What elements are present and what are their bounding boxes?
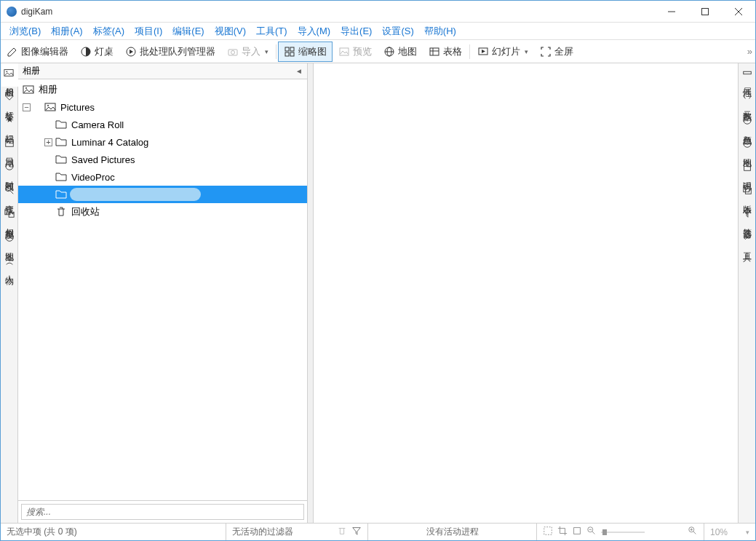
left-tab-timeline[interactable]: 时间线 bbox=[1, 157, 17, 181]
tree-root-albums[interactable]: 相册 bbox=[18, 81, 307, 98]
fullscreen-label: 全屏 bbox=[554, 45, 573, 58]
status-zoom-tools bbox=[537, 524, 704, 540]
table-button[interactable]: 表格 bbox=[423, 42, 468, 62]
ruler-icon bbox=[742, 68, 752, 78]
crop-icon[interactable] bbox=[557, 526, 568, 538]
search-input[interactable] bbox=[21, 504, 304, 520]
left-tab-people[interactable]: 人物 bbox=[1, 251, 17, 275]
menubar: 浏览(B) 相册(A) 标签(A) 项目(I) 编辑(E) 视图(V) 工具(T… bbox=[1, 23, 755, 40]
svg-rect-23 bbox=[5, 140, 13, 147]
svg-rect-8 bbox=[285, 47, 289, 51]
right-tab-captions[interactable]: 说明 bbox=[739, 157, 755, 181]
left-tab-map[interactable]: 地图 bbox=[1, 228, 17, 251]
light-table-button[interactable]: 灯桌 bbox=[74, 42, 119, 62]
palette-icon bbox=[742, 115, 752, 125]
menu-tags[interactable]: 标签(A) bbox=[89, 23, 129, 39]
right-tab-map[interactable]: 地图 bbox=[739, 134, 755, 157]
album-tree[interactable]: 相册 − Pictures Camera Roll + Luminar 4 Ca… bbox=[18, 79, 307, 500]
menu-tools[interactable]: 工具(T) bbox=[252, 23, 292, 39]
import-label: 导入 bbox=[242, 45, 260, 58]
tree-node-camera-roll[interactable]: Camera Roll bbox=[18, 116, 307, 133]
map-button[interactable]: 地图 bbox=[378, 42, 423, 62]
light-table-label: 灯桌 bbox=[95, 45, 114, 58]
status-zoom-value[interactable]: 10% ▾ bbox=[704, 524, 755, 540]
svg-rect-1 bbox=[702, 8, 709, 15]
status-filter: 无活动的过滤器 bbox=[226, 524, 368, 540]
image-editor-button[interactable]: 图像编辑器 bbox=[1, 42, 74, 62]
svg-rect-50 bbox=[602, 529, 607, 535]
table-icon bbox=[429, 46, 440, 58]
tree-label: 回收站 bbox=[70, 205, 100, 218]
svg-point-26 bbox=[5, 186, 10, 191]
tree-node-saved-pictures[interactable]: Saved Pictures bbox=[18, 151, 307, 168]
tree-node-videoproc[interactable]: VideoProc bbox=[18, 168, 307, 186]
toolbar-overflow-button[interactable]: » bbox=[747, 46, 755, 57]
close-button[interactable] bbox=[722, 1, 755, 23]
zoom-out-icon[interactable] bbox=[586, 526, 597, 538]
trash-icon[interactable] bbox=[337, 526, 347, 538]
svg-line-27 bbox=[9, 191, 12, 194]
right-tab-properties[interactable]: 属性 bbox=[739, 63, 755, 87]
person-icon bbox=[4, 256, 15, 266]
svg-rect-42 bbox=[743, 186, 749, 192]
menu-export[interactable]: 导出(E) bbox=[336, 23, 376, 39]
left-tab-search[interactable]: 查找 bbox=[1, 181, 17, 204]
zoom-fit-icon[interactable] bbox=[543, 526, 553, 538]
folder-icon bbox=[55, 189, 67, 200]
svg-line-54 bbox=[693, 532, 696, 534]
sidebar-undock-button[interactable]: ◄ bbox=[295, 67, 303, 75]
zoom-100-icon[interactable] bbox=[572, 526, 582, 538]
collapse-toggle[interactable]: − bbox=[23, 103, 31, 111]
slideshow-button[interactable]: 幻灯片 ▾ bbox=[471, 42, 534, 62]
batch-queue-button[interactable]: 批处理队列管理器 bbox=[119, 42, 221, 62]
menu-import[interactable]: 导入(M) bbox=[293, 23, 335, 39]
menu-browse[interactable]: 浏览(B) bbox=[5, 23, 45, 39]
menu-edit[interactable]: 编辑(E) bbox=[168, 23, 208, 39]
zoom-in-icon[interactable] bbox=[688, 526, 698, 538]
picture-icon bbox=[44, 101, 56, 113]
left-tab-similarity[interactable]: 相似度 bbox=[1, 204, 17, 228]
pencil-icon bbox=[7, 46, 18, 58]
search-icon bbox=[4, 185, 15, 195]
left-tab-tags[interactable]: 标签 bbox=[1, 87, 17, 110]
maximize-button[interactable] bbox=[688, 1, 722, 23]
right-tab-tools[interactable]: 工具 bbox=[739, 228, 755, 251]
minimize-button[interactable] bbox=[655, 1, 688, 23]
menu-item-project[interactable]: 项目(I) bbox=[130, 23, 167, 39]
right-tab-filters[interactable]: 筛选器 bbox=[739, 204, 755, 228]
menu-view[interactable]: 视图(V) bbox=[210, 23, 250, 39]
image-editor-label: 图像编辑器 bbox=[21, 45, 68, 58]
tree-node-luminar[interactable]: + Luminar 4 Catalog bbox=[18, 133, 307, 151]
stack-icon bbox=[742, 185, 752, 195]
right-tab-versions[interactable]: 版本 bbox=[739, 181, 755, 204]
image-icon bbox=[338, 46, 350, 58]
funnel-icon[interactable] bbox=[351, 526, 362, 538]
folder-icon bbox=[55, 154, 67, 165]
sidebar-header: 相册 ◄ bbox=[18, 63, 307, 79]
tree-label: Camera Roll bbox=[70, 119, 124, 130]
tree-node-pictures[interactable]: − Pictures bbox=[18, 98, 307, 116]
redacted-label bbox=[70, 188, 201, 201]
left-tab-albums[interactable]: 相册 bbox=[1, 63, 18, 87]
menu-settings[interactable]: 设置(S) bbox=[378, 23, 418, 39]
menu-album[interactable]: 相册(A) bbox=[47, 23, 87, 39]
splitter[interactable] bbox=[308, 63, 314, 523]
star-icon: ★ bbox=[4, 114, 15, 125]
zoom-slider[interactable] bbox=[601, 527, 683, 537]
thumbnail-area[interactable] bbox=[314, 63, 738, 523]
status-selection: 无选中项 (共 0 项) bbox=[1, 524, 226, 540]
fullscreen-button[interactable]: 全屏 bbox=[534, 42, 579, 62]
tree-node-selected[interactable] bbox=[18, 186, 307, 203]
tree-node-trash[interactable]: 回收站 bbox=[18, 203, 307, 221]
tree-label: 相册 bbox=[37, 83, 57, 96]
left-tab-labels[interactable]: ★ 标记 bbox=[1, 110, 17, 133]
left-tab-dates[interactable]: 日期 bbox=[1, 133, 17, 157]
menu-help[interactable]: 帮助(H) bbox=[420, 23, 461, 39]
right-tab-metadata[interactable]: 元数据 bbox=[739, 87, 755, 111]
app-title: digiKam bbox=[21, 7, 52, 17]
thumbnails-button[interactable]: 缩略图 bbox=[278, 42, 333, 62]
right-tab-colors[interactable]: 颜色 bbox=[739, 111, 755, 134]
svg-line-48 bbox=[592, 532, 595, 534]
expand-toggle[interactable]: + bbox=[44, 138, 52, 146]
batch-queue-label: 批处理队列管理器 bbox=[140, 45, 215, 58]
